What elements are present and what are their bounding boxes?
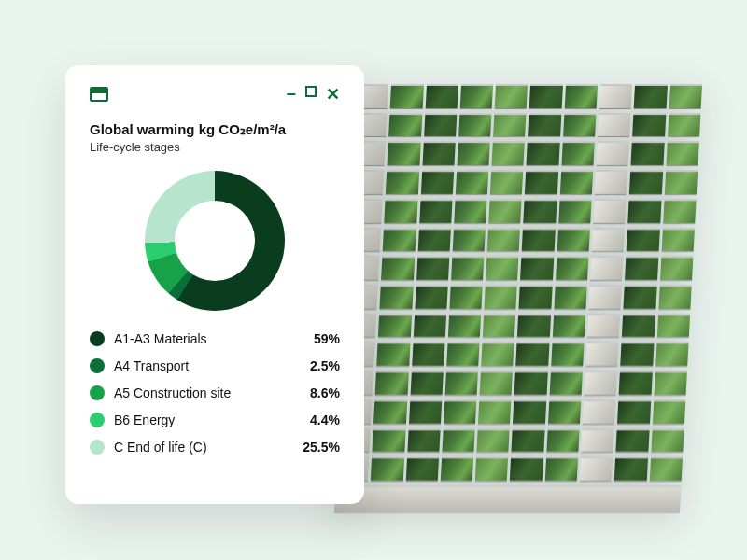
legend-value: 4.4% (310, 413, 340, 427)
legend-swatch (90, 413, 105, 427)
window-icon (90, 87, 108, 102)
legend-row: B6 Energy4.4% (90, 413, 340, 427)
legend-swatch (90, 440, 105, 455)
legend-label: A1-A3 Materials (114, 331, 304, 346)
donut-chart (145, 171, 285, 311)
legend-row: C End of life (C)25.5% (90, 440, 340, 455)
legend-value: 59% (314, 331, 340, 346)
legend-swatch (90, 331, 105, 346)
legend-row: A1-A3 Materials59% (90, 331, 340, 346)
chart-subtitle: Life-cycle stages (90, 140, 340, 154)
lca-chart-card: − ✕ Global warming kg CO₂e/m²/a Life-cyc… (65, 65, 364, 504)
legend-swatch (90, 358, 105, 373)
legend-row: A4 Transport2.5% (90, 358, 340, 373)
legend-value: 25.5% (303, 440, 340, 455)
legend-swatch (90, 385, 105, 400)
chart-title: Global warming kg CO₂e/m²/a (90, 121, 340, 138)
close-button[interactable]: ✕ (326, 86, 340, 103)
window-controls: − ✕ (286, 86, 340, 103)
legend-value: 8.6% (310, 385, 340, 400)
donut-chart-container (90, 171, 340, 311)
maximize-button[interactable] (305, 86, 317, 97)
chart-legend: A1-A3 Materials59%A4 Transport2.5%A5 Con… (90, 331, 340, 455)
legend-value: 2.5% (310, 358, 340, 373)
legend-label: A5 Construction site (114, 385, 301, 400)
legend-label: B6 Energy (114, 413, 301, 427)
minimize-button[interactable]: − (286, 86, 296, 103)
legend-row: A5 Construction site8.6% (90, 385, 340, 400)
legend-label: C End of life (C) (114, 440, 293, 455)
legend-label: A4 Transport (114, 358, 301, 373)
building-image (334, 84, 702, 513)
window-titlebar: − ✕ (90, 86, 340, 103)
